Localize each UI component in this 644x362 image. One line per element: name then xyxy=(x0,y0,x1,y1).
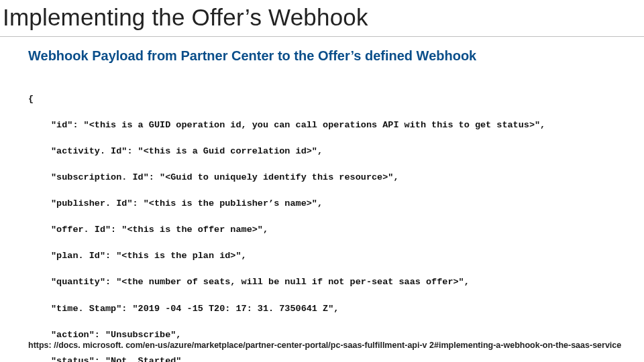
code-open-brace: { xyxy=(28,93,631,106)
code-line: "status": "Not. Started" xyxy=(28,355,631,362)
code-line: "subscription. Id": "<Guid to uniquely i… xyxy=(28,171,631,184)
slide-title: Implementing the Offer’s Webhook xyxy=(3,4,368,31)
code-line: "id": "<this is a GUID operation id, you… xyxy=(28,119,631,132)
code-line: "quantity": "<the number of seats, will … xyxy=(28,276,631,289)
slide-subtitle: Webhook Payload from Partner Center to t… xyxy=(28,48,476,64)
json-payload-code: { "id": "<this is a GUID operation id, y… xyxy=(28,79,631,362)
code-line: "publisher. Id": "<this is the publisher… xyxy=(28,197,631,210)
code-line: "offer. Id": "<this is the offer name>", xyxy=(28,223,631,237)
footer-docs-link[interactable]: https: //docs. microsoft. com/en-us/azur… xyxy=(28,341,621,350)
code-line: "plan. Id": "<this is the plan id>", xyxy=(28,249,631,263)
code-line: "activity. Id": "<this is a Guid correla… xyxy=(28,145,631,158)
title-underline xyxy=(0,36,644,37)
code-line: "time. Stamp": "2019 -04 -15 T20: 17: 31… xyxy=(28,302,631,316)
code-line: "action": "Unsubscribe", xyxy=(28,328,631,342)
